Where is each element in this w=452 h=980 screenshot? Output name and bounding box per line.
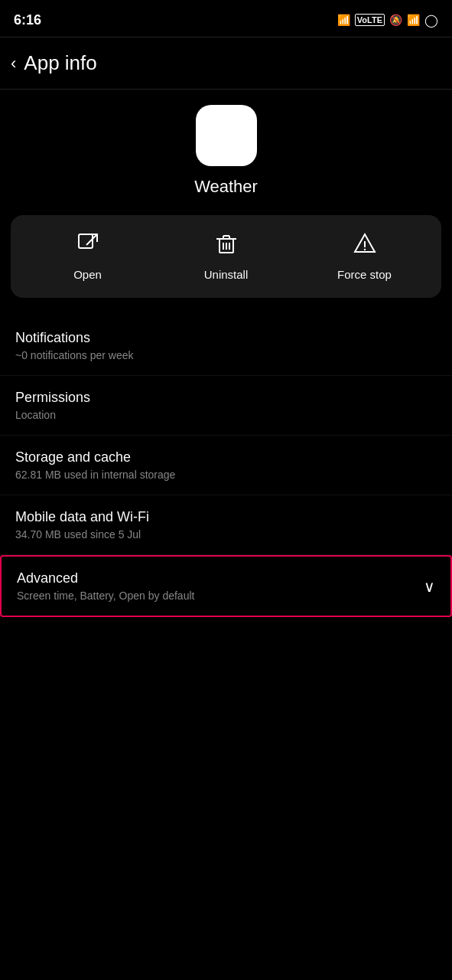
notifications-item[interactable]: Notifications ~0 notifications per week [0,316,452,376]
mobile-data-item[interactable]: Mobile data and Wi-Fi 34.70 MB used sinc… [0,495,452,555]
advanced-text: Advanced Screen time, Battery, Open by d… [17,570,424,602]
open-label: Open [73,268,102,281]
header: ‹ App info [0,38,452,89]
back-button[interactable]: ‹ [11,54,16,74]
status-bar: 6:16 📶 VoLTE 🔕 📶 ◯ [0,0,452,37]
force-stop-label: Force stop [337,268,392,281]
storage-title: Storage and cache [15,449,437,466]
uninstall-button[interactable]: Uninstall [157,232,295,281]
open-icon [76,232,99,260]
status-time: 6:16 [14,12,41,28]
mobile-data-subtitle: 34.70 MB used since 5 Jul [15,528,437,541]
uninstall-label: Uninstall [204,268,249,281]
weather-icon: 🌤 [210,116,243,155]
force-stop-icon [353,232,376,260]
advanced-subtitle: Screen time, Battery, Open by default [17,590,424,602]
open-button[interactable]: Open [18,232,157,281]
advanced-item[interactable]: Advanced Screen time, Battery, Open by d… [0,555,452,617]
chevron-down-icon: ∨ [424,577,435,596]
action-row: Open Uninstall Force stop [11,215,441,298]
mute-icon: 🔕 [389,14,402,26]
hotspot-icon: 📶 [337,14,350,26]
page-title: App info [24,51,96,75]
uninstall-icon [215,232,238,260]
permissions-subtitle: Location [15,409,437,421]
status-icons: 📶 VoLTE 🔕 📶 ◯ [337,13,438,28]
notifications-title: Notifications [15,330,437,346]
mobile-data-title: Mobile data and Wi-Fi [15,509,437,525]
app-icon-section: 🌤 Weather [0,90,452,215]
svg-point-12 [363,249,365,250]
permissions-item[interactable]: Permissions Location [0,376,452,436]
signal-icon: 📶 [407,14,420,26]
advanced-title: Advanced [17,570,424,586]
volte-icon: VoLTE [355,14,385,26]
force-stop-button[interactable]: Force stop [295,232,434,281]
permissions-title: Permissions [15,390,437,406]
battery-icon: ◯ [424,13,438,28]
notifications-subtitle: ~0 notifications per week [15,349,437,361]
app-name: Weather [194,177,258,197]
storage-item[interactable]: Storage and cache 62.81 MB used in inter… [0,436,452,495]
storage-subtitle: 62.81 MB used in internal storage [15,469,437,481]
app-icon: 🌤 [196,105,257,166]
